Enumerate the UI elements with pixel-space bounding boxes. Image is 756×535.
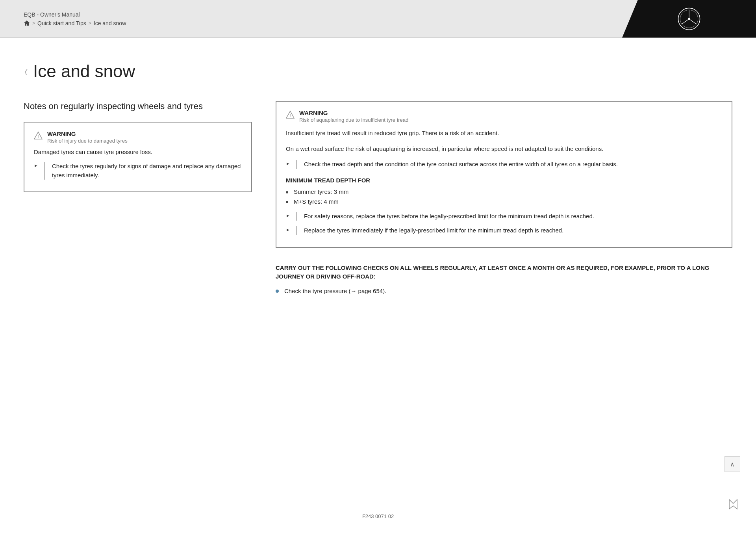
action-arrow-right: ► [286, 161, 290, 166]
warning-title-left: WARNING [47, 130, 128, 137]
list-item: Summer tyres: 3 mm [286, 188, 722, 195]
breadcrumb-sep1: > [32, 20, 35, 26]
page-title: Ice and snow [33, 61, 135, 81]
action-text-left: Check the tyres regularly for signs of d… [52, 162, 242, 180]
two-col-layout: Notes on regularly inspecting wheels and… [24, 101, 732, 298]
back-chevron-icon[interactable]: ‹ [24, 63, 27, 80]
right-column: ! WARNING Risk of aquaplaning due to ins… [276, 101, 732, 298]
bullet-dot-1 [286, 191, 288, 193]
bottom-bold-text: CARRY OUT THE FOLLOWING CHECKS ON ALL WH… [276, 264, 732, 281]
warning-triangle-icon-right: ! [286, 110, 295, 119]
bullet-dot-2 [286, 201, 288, 203]
warning-para1-right: Insufficient tyre tread will result in r… [286, 128, 722, 138]
svg-point-5 [688, 18, 690, 20]
action-item-tread-1: ► For safety reasons, replace the tyres … [286, 212, 722, 221]
page-title-area: ‹ Ice and snow [24, 61, 732, 81]
action-arrow-left: ► [34, 163, 38, 168]
action-item-right-warning: ► Check the tread depth and the conditio… [286, 160, 722, 169]
warning-text-block-right: WARNING Risk of aquaplaning due to insuf… [299, 110, 408, 123]
action-arrow-tread-2: ► [286, 227, 290, 232]
min-tread-heading: MINIMUM TREAD DEPTH FOR [286, 177, 722, 184]
manual-title: EQB - Owner's Manual [24, 11, 126, 18]
warning-subtitle-right: Risk of aquaplaning due to insufficient … [299, 117, 408, 123]
warning-box-left: ! WARNING Risk of injury due to damaged … [24, 122, 252, 193]
warning-header-right: ! WARNING Risk of aquaplaning due to ins… [286, 110, 722, 123]
min-tread-list: Summer tyres: 3 mm M+S tyres: 4 mm [286, 188, 722, 205]
action-arrow-tread-1: ► [286, 213, 290, 218]
list-item-text-1: Summer tyres: 3 mm [294, 188, 348, 195]
breadcrumb-item2: Ice and snow [94, 20, 126, 26]
footer: F243 0071 02 [0, 505, 756, 527]
list-item: M+S tyres: 4 mm [286, 198, 722, 205]
mercedes-logo [677, 7, 701, 31]
action-bar-tread-2 [296, 226, 297, 235]
document-id: F243 0071 02 [362, 513, 394, 519]
warning-triangle-icon-left: ! [34, 131, 43, 140]
warning-title-right: WARNING [299, 110, 408, 116]
action-text-right: Check the tread depth and the condition … [304, 160, 618, 169]
svg-line-4 [689, 19, 697, 24]
warning-text-block-left: WARNING Risk of injury due to damaged ty… [47, 130, 128, 144]
logo-area [622, 0, 756, 38]
warning-box-right: ! WARNING Risk of aquaplaning due to ins… [276, 101, 732, 248]
breadcrumb: > Quick start and Tips > Ice and snow [24, 20, 126, 26]
svg-line-3 [682, 19, 689, 24]
home-icon[interactable] [24, 20, 30, 26]
warning-subtitle-left: Risk of injury due to damaged tyres [47, 138, 128, 144]
section-heading: Notes on regularly inspecting wheels and… [24, 101, 252, 112]
scroll-up-icon: ∧ [730, 461, 735, 468]
left-column: Notes on regularly inspecting wheels and… [24, 101, 252, 204]
warning-header-left: ! WARNING Risk of injury due to damaged … [34, 130, 242, 144]
action-bar-right [296, 160, 297, 169]
action-item-left: ► Check the tyres regularly for signs of… [34, 162, 242, 180]
action-text-tread-1: For safety reasons, replace the tyres be… [304, 212, 594, 221]
warning-body-left: Damaged tyres can cause tyre pressure lo… [34, 148, 242, 157]
breadcrumb-sep2: > [89, 20, 91, 26]
svg-text:!: ! [289, 113, 291, 118]
scroll-up-button[interactable]: ∧ [724, 456, 740, 472]
action-bar-left [44, 162, 45, 180]
warning-para2-right: On a wet road surface the risk of aquapl… [286, 144, 722, 154]
check-item-text: Check the tyre pressure (→ page 654). [284, 288, 386, 294]
bottom-bullet-item: Check the tyre pressure (→ page 654). [276, 288, 732, 294]
action-text-tread-2: Replace the tyres immediately if the leg… [304, 226, 563, 235]
action-item-tread-2: ► Replace the tyres immediately if the l… [286, 226, 722, 235]
header-left: EQB - Owner's Manual > Quick start and T… [24, 11, 126, 26]
main-content: ‹ Ice and snow Notes on regularly inspec… [0, 38, 756, 535]
action-bar-tread-1 [296, 212, 297, 221]
list-item-text-2: M+S tyres: 4 mm [294, 198, 339, 205]
svg-text:!: ! [37, 134, 39, 139]
breadcrumb-item1[interactable]: Quick start and Tips [37, 20, 86, 26]
header: EQB - Owner's Manual > Quick start and T… [0, 0, 756, 38]
blue-dot-icon [276, 290, 279, 293]
